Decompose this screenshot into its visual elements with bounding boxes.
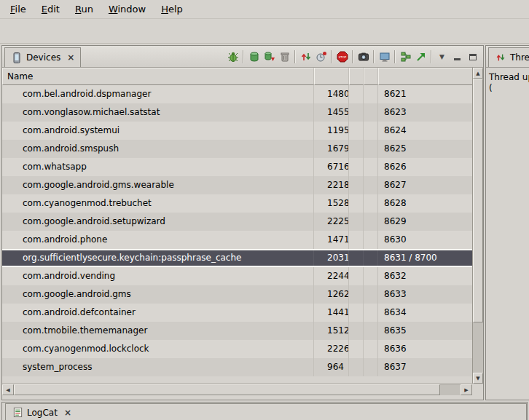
process-port: 8636 [378, 340, 472, 358]
process-port: 8637 [378, 358, 472, 376]
menu-window[interactable]: Window [103, 1, 152, 17]
process-pid: 14411 [314, 304, 349, 322]
vertical-scrollbar-thumb[interactable] [473, 79, 483, 322]
horizontal-scrollbar[interactable]: ◀ ▶ [2, 384, 472, 395]
process-port: 8625 [378, 140, 472, 158]
logcat-view: LogCat × [1, 402, 528, 420]
table-row[interactable]: com.android.phone14718630 [2, 231, 472, 249]
table-row[interactable]: org.sufficientlysecure.keychain:passphra… [2, 249, 472, 267]
process-pid: 22265 [314, 340, 349, 358]
logcat-icon [12, 407, 23, 419]
scroll-down-icon[interactable]: ▼ [473, 373, 483, 384]
close-icon[interactable]: × [64, 408, 71, 418]
process-name: com.android.smspush [2, 140, 314, 158]
empty-cell [349, 213, 364, 231]
cause-gc-icon[interactable] [277, 49, 292, 65]
process-pid: 20311 [314, 250, 349, 266]
horizontal-scrollbar-thumb[interactable] [14, 384, 440, 395]
maximize-icon[interactable] [465, 49, 480, 65]
process-port: 8628 [378, 194, 472, 213]
toolbar-separator [394, 50, 396, 63]
empty-cell [364, 285, 378, 304]
device-table-header: Name [2, 68, 472, 85]
process-name: com.android.phone [2, 231, 314, 249]
empty-cell [349, 85, 364, 103]
table-row[interactable]: com.android.defcontainer144118634 [2, 304, 472, 322]
table-row[interactable]: com.android.smspush16798625 [2, 140, 472, 158]
main-toolbar [0, 19, 529, 44]
update-heap-icon[interactable] [246, 49, 262, 65]
table-row[interactable]: system_process9648637 [2, 358, 472, 376]
table-row[interactable]: com.cyanogenmod.trebuchet15288628 [2, 194, 472, 213]
dump-view-hierarchy-icon[interactable] [377, 49, 392, 65]
tab-threads[interactable]: Threa [488, 47, 529, 67]
table-row[interactable]: com.google.android.gms.wearable221858627 [2, 176, 472, 194]
column-header-name[interactable]: Name [2, 68, 314, 85]
empty-cell [364, 267, 378, 285]
empty-cell [349, 358, 364, 376]
column-header-empty[interactable] [349, 68, 364, 85]
process-name: com.android.systemui [2, 122, 314, 140]
process-name: com.android.defcontainer [2, 304, 314, 322]
menu-file[interactable]: File [4, 1, 32, 17]
empty-cell [364, 322, 378, 340]
column-header-pid[interactable] [314, 68, 349, 85]
minimize-icon[interactable] [450, 49, 465, 65]
process-name: com.cyanogenmod.trebuchet [2, 194, 314, 213]
menubar: File Edit Run Window Help [0, 0, 529, 19]
empty-cell [364, 122, 378, 140]
capture-system-state-icon[interactable] [398, 49, 413, 65]
menu-help[interactable]: Help [155, 1, 189, 17]
empty-cell [349, 250, 364, 266]
process-pid: 12623 [314, 285, 349, 304]
update-threads-icon[interactable] [298, 49, 313, 65]
tab-logcat[interactable]: LogCat × [5, 403, 527, 420]
column-header-empty[interactable] [364, 68, 378, 85]
menu-run[interactable]: Run [69, 1, 99, 17]
process-port: 8623 [378, 103, 472, 122]
table-row[interactable]: com.google.android.setupwizard222508629 [2, 213, 472, 231]
table-row[interactable]: com.whatsapp67168626 [2, 158, 472, 176]
devices-view: Devices × [1, 45, 484, 400]
process-pid: 22250 [314, 213, 349, 231]
process-port: 8635 [378, 322, 472, 340]
close-icon[interactable]: × [67, 52, 74, 63]
vertical-scrollbar[interactable]: ▲ ▼ [472, 68, 483, 384]
scroll-left-icon[interactable]: ◀ [2, 384, 14, 395]
dump-hprof-icon[interactable] [262, 49, 277, 65]
process-pid: 6716 [314, 158, 349, 176]
process-port: 8632 [378, 267, 472, 285]
stop-process-icon[interactable]: STOP [334, 49, 350, 65]
table-row[interactable]: com.bel.android.dspmanager14808621 [2, 85, 472, 103]
scroll-right-icon[interactable]: ▶ [461, 384, 472, 395]
empty-cell [364, 231, 378, 249]
device-table-body: com.bel.android.dspmanager14808621com.vo… [2, 85, 472, 376]
process-name: system_process [2, 358, 314, 376]
column-header-port[interactable] [378, 68, 472, 85]
view-menu-icon[interactable]: ▼ [434, 49, 450, 65]
process-pid: 14553 [314, 103, 349, 122]
threads-message: Thread up ( [486, 68, 529, 94]
start-method-profiling-icon[interactable] [313, 49, 329, 65]
table-row[interactable]: com.android.vending224408632 [2, 267, 472, 285]
table-row[interactable]: com.google.android.gms126238633 [2, 285, 472, 304]
eclipse-ddms-window: File Edit Run Window Help Devices × [0, 0, 529, 420]
empty-cell [364, 304, 378, 322]
table-row[interactable]: com.cyanogenmod.lockclock222658636 [2, 340, 472, 358]
devices-tabbar: Devices × [2, 46, 483, 68]
empty-cell [364, 176, 378, 194]
process-pid: 1528 [314, 194, 349, 213]
scroll-up-icon[interactable]: ▲ [473, 68, 483, 79]
debug-icon[interactable] [225, 49, 240, 65]
empty-cell [349, 231, 364, 249]
start-opengl-trace-icon[interactable] [413, 49, 428, 65]
empty-cell [349, 340, 364, 358]
table-row[interactable]: com.vonglasow.michael.satstat145538623 [2, 103, 472, 122]
table-row[interactable]: com.android.systemui11958624 [2, 122, 472, 140]
process-name: com.android.vending [2, 267, 314, 285]
tab-devices[interactable]: Devices × [4, 47, 81, 67]
menu-edit[interactable]: Edit [36, 1, 66, 17]
table-row[interactable]: com.tmobile.thememanager15128635 [2, 322, 472, 340]
devices-toolbar: STOP ▼ [225, 48, 480, 66]
screen-capture-icon[interactable] [356, 49, 371, 65]
